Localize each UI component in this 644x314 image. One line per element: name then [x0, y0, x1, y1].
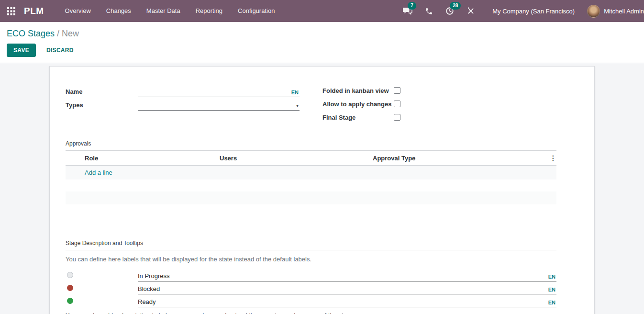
state-row-in-progress: EN	[66, 269, 556, 281]
form-sheet: Name EN Types ▾ Folded in kanban vie	[49, 66, 595, 314]
table-gap	[66, 179, 556, 191]
folded-checkbox-label: Folded in kanban view	[322, 87, 394, 94]
ready-input-wrap: EN	[138, 294, 556, 307]
blocked-input-wrap: EN	[138, 281, 556, 294]
apps-grid-icon[interactable]	[0, 0, 22, 22]
user-menu[interactable]: Mitchell Admin	[587, 5, 644, 18]
left-field-column: Name EN Types ▾	[66, 84, 300, 124]
folded-checkbox-row: Folded in kanban view	[322, 84, 556, 97]
menu-changes[interactable]: Changes	[99, 0, 139, 22]
in-progress-input-wrap: EN	[138, 269, 556, 281]
in-progress-status-dot-icon	[67, 272, 73, 278]
kebab-menu-icon[interactable]: ⋮	[550, 154, 556, 162]
name-field-label: Name	[66, 88, 138, 97]
breadcrumb-current: New	[62, 29, 79, 38]
activities-button[interactable]: 28	[444, 0, 456, 22]
name-field-row: Name EN	[66, 84, 300, 97]
final-stage-checkbox-label: Final Stage	[322, 114, 394, 121]
blocked-status-dot-icon	[67, 285, 73, 291]
types-field-wrap: ▾	[138, 101, 300, 111]
stage-tooltips-intro: You can define here labels that will be …	[66, 256, 556, 263]
chevron-down-icon[interactable]: ▾	[293, 103, 300, 110]
types-field-label: Types	[66, 101, 138, 111]
state-row-ready: EN	[66, 294, 556, 307]
user-avatar	[587, 5, 600, 18]
in-progress-lang-tag[interactable]: EN	[545, 274, 556, 281]
messages-button[interactable]: 7	[401, 0, 414, 22]
final-stage-checkbox[interactable]	[394, 114, 400, 121]
add-line-row: Add a line	[66, 166, 556, 179]
tools-wrench-icon	[466, 7, 475, 15]
messages-badge: 7	[408, 2, 416, 10]
breadcrumb: ECO Stages / New	[7, 29, 636, 39]
add-a-line-link[interactable]: Add a line	[85, 169, 112, 176]
company-switcher[interactable]: My Company (San Francisco)	[492, 8, 575, 15]
control-panel: ECO Stages / New	[0, 22, 644, 39]
ready-status-dot-icon	[67, 298, 73, 304]
user-name: Mitchell Admin	[604, 8, 644, 15]
stage-tooltips-outro: You can also add a description to help y…	[66, 312, 556, 314]
approvals-table-header: Role Users Approval Type ⋮	[66, 151, 556, 166]
stage-tooltips-section-title: Stage Description and Tooltips	[66, 240, 556, 250]
allow-apply-checkbox-row: Allow to apply changes	[322, 97, 556, 111]
column-header-approval-type[interactable]: Approval Type	[373, 155, 546, 162]
name-field-wrap: EN	[138, 88, 300, 97]
tools-button[interactable]	[465, 0, 477, 22]
ready-lang-tag[interactable]: EN	[545, 300, 556, 307]
in-progress-label-input[interactable]	[138, 271, 545, 281]
menu-reporting[interactable]: Reporting	[188, 0, 230, 22]
ready-dot-cell	[66, 298, 138, 304]
phone-button[interactable]	[422, 0, 435, 22]
folded-checkbox[interactable]	[394, 87, 400, 94]
action-buttons-row: SAVE DISCARD	[0, 39, 644, 63]
blocked-lang-tag[interactable]: EN	[545, 287, 556, 294]
breadcrumb-separator: /	[57, 29, 59, 38]
approvals-table: Role Users Approval Type ⋮ Add a line	[66, 151, 556, 204]
form-view-background: Name EN Types ▾ Folded in kanban vie	[0, 63, 644, 314]
breadcrumb-eco-stages[interactable]: ECO Stages	[7, 29, 55, 38]
state-labels-list: EN EN EN	[66, 269, 556, 307]
name-lang-tag[interactable]: EN	[289, 90, 300, 97]
types-field-row: Types ▾	[66, 97, 300, 111]
optional-columns-cell: ⋮	[546, 155, 556, 162]
approvals-section-title: Approvals	[66, 140, 556, 151]
save-button[interactable]: SAVE	[7, 44, 36, 57]
top-navbar: PLM Overview Changes Master Data Reporti…	[0, 0, 644, 22]
main-menu: Overview Changes Master Data Reporting C…	[57, 0, 283, 22]
column-header-users[interactable]: Users	[220, 155, 373, 162]
menu-overview[interactable]: Overview	[57, 0, 99, 22]
menu-master-data[interactable]: Master Data	[139, 0, 188, 22]
phone-icon	[425, 7, 433, 15]
menu-configuration[interactable]: Configuration	[230, 0, 282, 22]
grid-icon	[7, 7, 15, 15]
discard-button[interactable]: DISCARD	[43, 44, 78, 56]
name-input[interactable]	[138, 88, 289, 97]
blocked-dot-cell	[66, 285, 138, 291]
app-brand[interactable]: PLM	[24, 6, 44, 16]
main-field-group: Name EN Types ▾ Folded in kanban vie	[66, 84, 556, 124]
ready-label-input[interactable]	[138, 297, 545, 307]
blocked-label-input[interactable]	[138, 284, 545, 294]
allow-apply-checkbox-label: Allow to apply changes	[322, 101, 394, 108]
in-progress-dot-cell	[66, 272, 138, 278]
types-input[interactable]	[138, 101, 293, 110]
activities-badge: 28	[450, 2, 461, 10]
navbar-systray: 7 28 My Company (San Fra	[401, 0, 644, 22]
final-stage-checkbox-row: Final Stage	[322, 111, 556, 124]
state-row-blocked: EN	[66, 281, 556, 294]
right-field-column: Folded in kanban view Allow to apply cha…	[322, 84, 556, 124]
allow-apply-checkbox[interactable]	[394, 101, 400, 107]
column-header-role[interactable]: Role	[66, 155, 220, 162]
table-footer-band	[66, 191, 556, 204]
